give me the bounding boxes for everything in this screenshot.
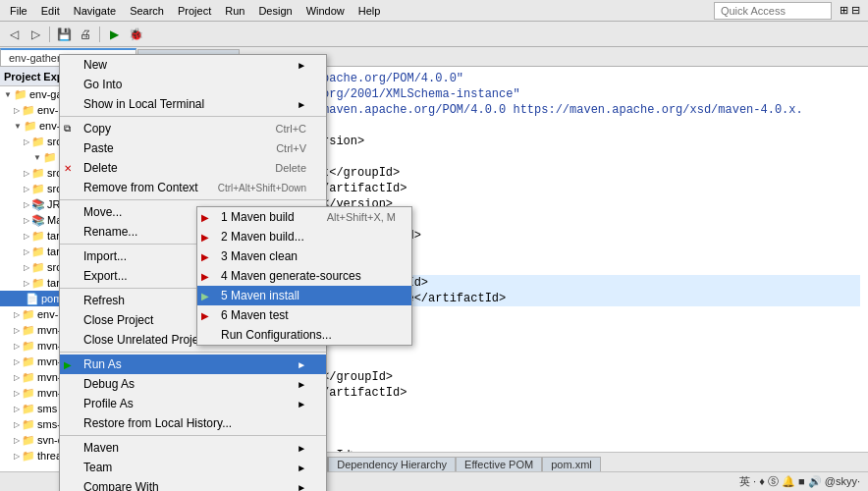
arrow-icon: ▷ — [24, 185, 29, 193]
ctx-label: Run As — [83, 357, 122, 371]
tree-label: sms — [37, 403, 57, 414]
folder-icon: 📁 — [31, 277, 45, 290]
folder-icon: 📁 — [22, 355, 35, 368]
ctx-sep-1 — [60, 116, 326, 117]
run-icon: ▶ — [201, 232, 209, 243]
folder-icon: 📁 — [31, 136, 45, 148]
arrow-icon: ▷ — [24, 216, 29, 225]
ctx-new[interactable]: New ► — [60, 55, 326, 75]
ctx-shortcut: Ctrl+C — [276, 123, 306, 135]
file-icon: 📄 — [26, 293, 39, 305]
menu-search[interactable]: Search — [124, 3, 170, 19]
ctx-debug-as[interactable]: Debug As ► — [60, 374, 326, 394]
ctx-maven[interactable]: Maven ► — [60, 438, 326, 458]
submenu-shortcut: Alt+Shift+X, M — [327, 211, 396, 223]
submenu-maven-generate[interactable]: ▶ 4 Maven generate-sources — [197, 266, 411, 286]
ctx-label: Move... — [83, 205, 122, 219]
submenu-label: 6 Maven test — [221, 308, 289, 322]
ctx-team[interactable]: Team ► — [60, 458, 326, 477]
toolbar-debug[interactable]: 🐞 — [126, 25, 145, 44]
ctx-show-terminal[interactable]: Show in Local Terminal ► — [60, 94, 326, 114]
bottom-tab-pom-xml[interactable]: pom.xml — [542, 457, 601, 471]
run-icon: ▶ — [201, 310, 209, 321]
folder-icon: 📁 — [22, 418, 35, 431]
ctx-label: Remove from Context — [83, 181, 198, 194]
ctx-compare-with[interactable]: Compare With ► — [60, 477, 326, 491]
bottom-tab-dep-hierarchy[interactable]: Dependency Hierarchy — [328, 457, 456, 471]
menu-run[interactable]: Run — [219, 3, 250, 19]
toolbar-save[interactable]: 💾 — [54, 25, 74, 44]
submenu-maven-test[interactable]: ▶ 6 Maven test — [197, 305, 411, 325]
run-as-icon: ▶ — [64, 359, 72, 370]
ctx-sep-6 — [60, 435, 326, 436]
ctx-paste[interactable]: Paste Ctrl+V — [60, 138, 326, 158]
toolbar-back[interactable]: ◁ — [4, 25, 24, 44]
arrow-icon: ▷ — [14, 326, 20, 335]
toolbar-sep-1 — [49, 27, 50, 42]
menu-design[interactable]: Design — [252, 3, 298, 19]
arrow-icon: ▷ — [14, 436, 20, 445]
folder-icon: 📁 — [31, 246, 45, 258]
submenu-arrow-icon: ► — [297, 99, 306, 110]
arrow-icon: ▷ — [24, 263, 29, 272]
ctx-delete[interactable]: ✕ Delete Delete — [60, 158, 326, 178]
arrow-icon: ▷ — [24, 279, 29, 288]
ctx-restore-history[interactable]: Restore from Local History... — [60, 413, 326, 433]
bottom-tab-effective-pom[interactable]: Effective POM — [456, 457, 542, 471]
folder-icon: 📁 — [31, 183, 45, 195]
ctx-label: Profile As — [83, 397, 134, 410]
arrow-icon: ▷ — [24, 169, 29, 178]
arrow-icon: ▷ — [24, 247, 29, 256]
ctx-go-into[interactable]: Go Into — [60, 75, 326, 94]
folder-icon: 📁 — [22, 308, 35, 321]
ctx-label: Debug As — [83, 377, 135, 391]
submenu-run-configs[interactable]: Run Configurations... — [197, 325, 411, 345]
submenu-label: 3 Maven clean — [221, 249, 298, 263]
menu-project[interactable]: Project — [172, 3, 217, 19]
menu-file[interactable]: File — [4, 3, 33, 19]
menu-navigate[interactable]: Navigate — [68, 3, 122, 19]
menu-bar: File Edit Navigate Search Project Run De… — [0, 0, 868, 22]
folder-icon: 📁 — [22, 450, 35, 463]
arrow-icon: ▷ — [14, 342, 20, 351]
toolbar-icon-area: ⊞ ⊟ — [836, 4, 864, 17]
ctx-run-as[interactable]: ▶ Run As ► — [60, 355, 326, 374]
ctx-label: Maven — [83, 441, 119, 455]
arrow-icon: ▷ — [14, 310, 20, 319]
submenu-arrow-icon: ► — [297, 482, 306, 492]
menu-help[interactable]: Help — [353, 3, 387, 19]
ctx-label: Export... — [83, 269, 128, 283]
menu-window[interactable]: Window — [300, 3, 351, 19]
ctx-label: Go Into — [83, 78, 122, 91]
ctx-icon: ✕ — [64, 163, 72, 174]
status-icons: 英 · ♦ ⓢ 🔔 ■ 🔊 @skyy· — [739, 474, 860, 489]
quick-access-input[interactable] — [714, 2, 832, 20]
submenu-maven-clean[interactable]: ▶ 3 Maven clean — [197, 246, 411, 266]
ctx-label: Show in Local Terminal — [83, 97, 204, 111]
ctx-label: Compare With — [83, 480, 159, 491]
run-icon: ▶ — [201, 212, 209, 223]
toolbar-print[interactable]: 🖨 — [76, 25, 95, 44]
submenu-maven-install[interactable]: ▶ 5 Maven install — [197, 286, 411, 305]
submenu-label: 1 Maven build — [221, 210, 295, 224]
ctx-sep-5 — [60, 352, 326, 353]
submenu-label: 2 Maven build... — [221, 230, 304, 244]
arrow-icon: ▷ — [14, 405, 20, 413]
arrow-icon: ▼ — [4, 90, 12, 99]
ctx-copy[interactable]: ⧉ Copy Ctrl+C — [60, 119, 326, 138]
folder-icon: 📁 — [22, 104, 35, 117]
ctx-remove-context[interactable]: Remove from Context Ctrl+Alt+Shift+Down — [60, 178, 326, 197]
submenu-maven-build[interactable]: ▶ 1 Maven build Alt+Shift+X, M — [197, 207, 411, 227]
submenu-maven-build2[interactable]: ▶ 2 Maven build... — [197, 227, 411, 246]
ctx-profile-as[interactable]: Profile As ► — [60, 394, 326, 413]
arrow-icon: ▼ — [33, 153, 41, 162]
toolbar-forward[interactable]: ▷ — [26, 25, 45, 44]
folder-icon: 📁 — [22, 403, 35, 415]
folder-icon: 📁 — [22, 434, 35, 447]
ctx-label: Team — [83, 461, 112, 474]
submenu-arrow-icon: ► — [297, 463, 306, 473]
ctx-shortcut: Ctrl+V — [276, 142, 306, 154]
menu-edit[interactable]: Edit — [35, 3, 66, 19]
toolbar-run[interactable]: ▶ — [104, 25, 124, 44]
arrow-icon: ▷ — [14, 357, 20, 366]
